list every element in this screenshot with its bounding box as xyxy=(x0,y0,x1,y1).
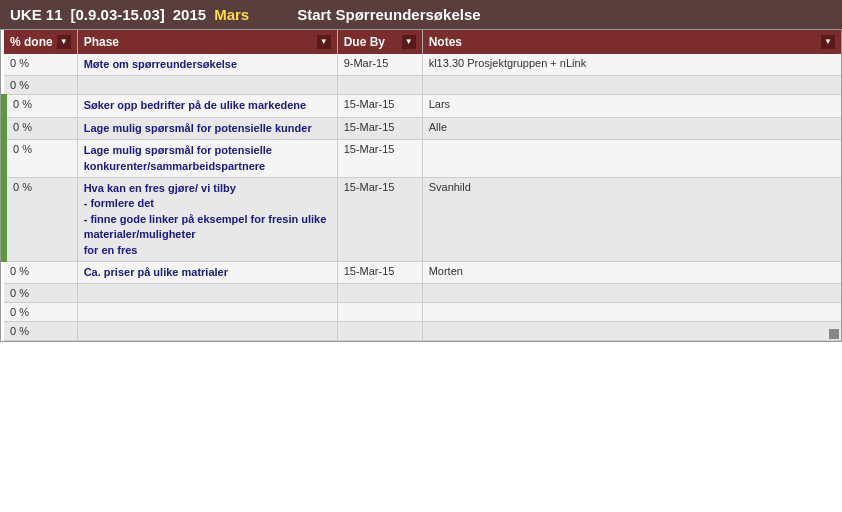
cell-percent: 0 % xyxy=(4,177,77,261)
cell-phase xyxy=(77,322,337,341)
cell-percent: 0 % xyxy=(4,261,77,283)
cell-phase: Lage mulig spørsmål for potensielle kund… xyxy=(77,117,337,139)
month: Mars xyxy=(214,6,249,23)
table-row: 0 % xyxy=(4,322,841,341)
cell-percent: 0 % xyxy=(4,284,77,303)
table-header-row: % done ▼ Phase ▼ Due By ▼ xyxy=(4,30,841,54)
table-row: 0 % Møte om spørreundersøkelse 9-Mar-15 … xyxy=(4,54,841,76)
cell-notes xyxy=(422,140,841,178)
cell-dueby: 15-Mar-15 xyxy=(337,95,422,117)
cell-phase xyxy=(77,303,337,322)
cell-percent: 0 % xyxy=(4,95,77,117)
notes-dropdown-arrow[interactable]: ▼ xyxy=(821,35,835,49)
phase-dropdown-arrow[interactable]: ▼ xyxy=(317,35,331,49)
cell-phase xyxy=(77,284,337,303)
cell-phase: Søker opp bedrifter på de ulike markeden… xyxy=(77,95,337,117)
percent-dropdown-arrow[interactable]: ▼ xyxy=(57,35,71,49)
header-bar: UKE 11 [0.9.03-15.03] 2015 Mars Start Sp… xyxy=(0,0,842,29)
scrollbar-corner xyxy=(829,329,839,339)
cell-dueby: 15-Mar-15 xyxy=(337,177,422,261)
col-header-notes[interactable]: Notes ▼ xyxy=(422,30,841,54)
table-row: 0 % Søker opp bedrifter på de ulike mark… xyxy=(4,95,841,117)
cell-phase: Ca. priser på ulike matrialer xyxy=(77,261,337,283)
cell-notes: Alle xyxy=(422,117,841,139)
dueby-dropdown-arrow[interactable]: ▼ xyxy=(402,35,416,49)
cell-percent: 0 % xyxy=(4,76,77,95)
cell-dueby: 15-Mar-15 xyxy=(337,261,422,283)
cell-notes xyxy=(422,303,841,322)
table-wrapper: % done ▼ Phase ▼ Due By ▼ xyxy=(0,29,842,342)
cell-dueby xyxy=(337,76,422,95)
cell-dueby xyxy=(337,322,422,341)
cell-notes: Morten xyxy=(422,261,841,283)
cell-notes: Lars xyxy=(422,95,841,117)
table-row: 0 % Lage mulig spørsmål for potensielle … xyxy=(4,117,841,139)
cell-dueby xyxy=(337,284,422,303)
cell-percent: 0 % xyxy=(4,140,77,178)
cell-notes: Svanhild xyxy=(422,177,841,261)
cell-percent: 0 % xyxy=(4,322,77,341)
cell-phase: Hva kan en fres gjøre/ vi tilby- formler… xyxy=(77,177,337,261)
cell-dueby: 9-Mar-15 xyxy=(337,54,422,76)
uke-label: UKE 11 xyxy=(10,6,63,23)
cell-dueby: 15-Mar-15 xyxy=(337,117,422,139)
cell-dueby: 15-Mar-15 xyxy=(337,140,422,178)
cell-phase: Lage mulig spørsmål for potensielle konk… xyxy=(77,140,337,178)
year: 2015 xyxy=(173,6,206,23)
table-row: 0 % xyxy=(4,303,841,322)
table-row: 0 % xyxy=(4,76,841,95)
project-title: Start Spørreundersøkelse xyxy=(297,6,480,23)
table-row: 0 % Ca. priser på ulike matrialer 15-Mar… xyxy=(4,261,841,283)
cell-percent: 0 % xyxy=(4,117,77,139)
col-header-dueby[interactable]: Due By ▼ xyxy=(337,30,422,54)
cell-notes: kl13.30 Prosjektgruppen + nLink xyxy=(422,54,841,76)
cell-percent: 0 % xyxy=(4,54,77,76)
cell-notes xyxy=(422,322,841,341)
cell-dueby xyxy=(337,303,422,322)
cell-notes xyxy=(422,284,841,303)
cell-notes xyxy=(422,76,841,95)
col-header-phase[interactable]: Phase ▼ xyxy=(77,30,337,54)
cell-phase xyxy=(77,76,337,95)
col-header-percent[interactable]: % done ▼ xyxy=(4,30,77,54)
cell-percent: 0 % xyxy=(4,303,77,322)
table-row: 0 % xyxy=(4,284,841,303)
cell-phase: Møte om spørreundersøkelse xyxy=(77,54,337,76)
date-range: [0.9.03-15.03] xyxy=(71,6,165,23)
table-row: 0 % Hva kan en fres gjøre/ vi tilby- for… xyxy=(4,177,841,261)
main-table: % done ▼ Phase ▼ Due By ▼ xyxy=(1,30,841,341)
table-row: 0 % Lage mulig spørsmål for potensielle … xyxy=(4,140,841,178)
